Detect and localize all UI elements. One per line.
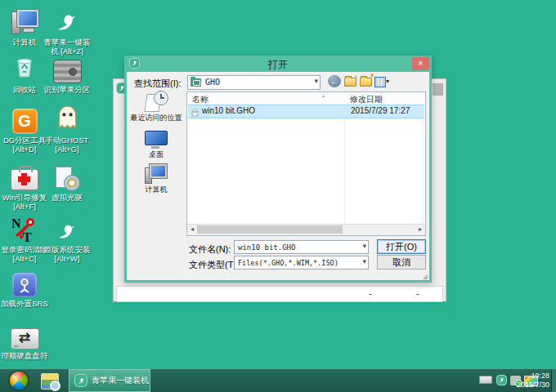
desktop-icon-label: Win引导修复 [Alt+F] bbox=[0, 193, 49, 211]
close-icon: × bbox=[419, 59, 424, 68]
cancel-button[interactable]: 取消 bbox=[377, 255, 426, 270]
file-list: 名称 ▴ 修改日期 类型 win10 bit.GHO 2015/7/29 17:… bbox=[186, 91, 426, 236]
desktop-icon-label: 虚拟光驱 bbox=[43, 193, 92, 202]
scrollbar-thumb[interactable] bbox=[197, 225, 343, 234]
desktop-icon-original-install[interactable]: 原版系统安装 [Alt+W] bbox=[43, 214, 92, 263]
keyboard-tray-icon[interactable] bbox=[479, 376, 492, 384]
virtual-disc-icon bbox=[54, 167, 80, 191]
status-value: - bbox=[369, 288, 372, 298]
taskbar: 青苹果一键装机 10:28 2015/7/30 bbox=[0, 369, 556, 392]
clock-date: 2015/7/30 bbox=[517, 381, 549, 390]
desktop-icon-password-clear[interactable]: NT 登录密码清除 [Alt+C] bbox=[0, 214, 49, 263]
desktop-icon-qpg-installer[interactable]: 青苹果一键装机 [Alt+Z] bbox=[43, 7, 92, 56]
sidebar-item-computer[interactable]: 计算机 bbox=[128, 164, 185, 195]
computer-place-icon bbox=[144, 164, 168, 184]
chevron-down-icon: ▾ bbox=[362, 257, 366, 265]
open-button[interactable]: 打开(O) bbox=[377, 239, 426, 254]
horizontal-scrollbar[interactable]: ◂ ▸ bbox=[187, 224, 425, 235]
drive-letter-icon: ⇄ bbox=[11, 328, 39, 350]
srs-icon bbox=[12, 273, 37, 297]
back-button[interactable]: ← bbox=[328, 75, 341, 87]
sidebar-item-label: 桌面 bbox=[128, 149, 185, 160]
file-type-combobox[interactable]: Files(*.GHO,*.WIM,*.ISO) ▾ bbox=[234, 256, 369, 270]
sidebar-item-label: 计算机 bbox=[128, 185, 185, 195]
harddisk-icon bbox=[53, 60, 82, 83]
desktop: 计算机 青苹果一键装机 [Alt+Z] 回收站 识别苹果分区 G DG分区工具 … bbox=[0, 0, 556, 392]
desktop-icon-label: 计算机 bbox=[0, 38, 49, 47]
desktop-icon-label: 手动GHOST [Alt+G] bbox=[43, 136, 92, 154]
computer-icon bbox=[11, 10, 38, 36]
desktop-icon-fix-drive-letters[interactable]: ⇄ 理顺硬盘盘符 bbox=[0, 320, 49, 360]
sidebar-item-label: 最近访问的位置 bbox=[128, 113, 185, 123]
bird-icon bbox=[55, 220, 79, 243]
clock-time: 10:28 bbox=[517, 372, 549, 381]
file-name: win10 bit.GHO bbox=[202, 106, 255, 115]
desktop-icon-label: 识别苹果分区 bbox=[43, 85, 92, 94]
sort-ascending-icon: ▴ bbox=[322, 92, 325, 98]
desktop-place-icon bbox=[145, 131, 168, 149]
desktop-icon-boot-repair[interactable]: Win引导修复 [Alt+F] bbox=[0, 162, 49, 211]
svg-text:T: T bbox=[23, 230, 32, 243]
desktop-icon-detect-partition[interactable]: 识别苹果分区 bbox=[43, 54, 92, 94]
sidebar-item-desktop[interactable]: 桌面 bbox=[128, 131, 185, 160]
taskbar-clock[interactable]: 10:28 2015/7/30 bbox=[517, 372, 549, 390]
column-header-modified[interactable]: 修改日期 bbox=[350, 94, 383, 105]
show-desktop-button[interactable] bbox=[551, 369, 556, 392]
ghost-icon bbox=[54, 104, 81, 134]
open-dialog: 打开 × 查找范围(I): GHO ▾ ← ↑ * ▾ bbox=[124, 56, 432, 283]
scroll-left-icon[interactable]: ◂ bbox=[187, 225, 197, 234]
desktop-icon-recycle-bin[interactable]: 回收站 bbox=[0, 54, 49, 94]
file-list-header: 名称 ▴ 修改日期 类型 bbox=[187, 92, 425, 105]
look-in-value: GHO bbox=[205, 78, 220, 87]
ghost-file-icon bbox=[191, 106, 200, 121]
dialog-title: 打开 bbox=[124, 58, 432, 72]
back-icon: ← bbox=[330, 77, 339, 86]
up-one-level-button[interactable]: ↑ bbox=[344, 75, 357, 87]
view-menu-button[interactable]: ▾ bbox=[374, 75, 388, 87]
file-name-combobox[interactable]: win10 bit.GHO ▾ bbox=[234, 240, 369, 254]
image-tool-taskbar-icon[interactable] bbox=[41, 373, 59, 390]
desktop-icon-diskgenius[interactable]: G DG分区工具 [Alt+D] bbox=[0, 105, 49, 154]
desktop-icon-label: 原版系统安装 [Alt+W] bbox=[43, 245, 92, 263]
desktop-icon-virtual-drive[interactable]: 虚拟光驱 bbox=[43, 162, 92, 202]
desktop-icon-computer[interactable]: 计算机 bbox=[0, 7, 49, 47]
look-in-combobox[interactable]: GHO ▾ bbox=[187, 75, 321, 90]
diskgenius-icon: G bbox=[12, 109, 38, 134]
taskbar-app-button[interactable]: 青苹果一键装机 bbox=[69, 369, 150, 392]
resize-grip[interactable]: ◢ bbox=[423, 273, 428, 280]
desktop-icon-label: 回收站 bbox=[0, 85, 49, 94]
desktop-icon-manual-ghost[interactable]: 手动GHOST [Alt+G] bbox=[43, 105, 92, 154]
file-name-value: win10 bit.GHO bbox=[238, 243, 295, 252]
dialog-titlebar[interactable]: 打开 × bbox=[124, 56, 432, 72]
file-row-selected[interactable]: win10 bit.GHO 2015/7/29 17:27 GHO 文件 bbox=[188, 105, 424, 118]
sidebar-item-recent-places[interactable]: 最近访问的位置 bbox=[128, 91, 185, 123]
file-type-label: 文件类型(T): bbox=[189, 259, 239, 271]
file-type-value: Files(*.GHO,*.WIM,*.ISO) bbox=[238, 259, 339, 267]
chevron-down-icon: ▾ bbox=[386, 78, 389, 85]
new-folder-button[interactable]: * bbox=[360, 75, 373, 87]
desktop-icon-label: 加载外置SRS bbox=[0, 299, 49, 308]
recycle-bin-icon bbox=[11, 54, 38, 83]
column-header-name[interactable]: 名称 bbox=[192, 94, 208, 105]
parent-status-bar: - - bbox=[116, 286, 443, 302]
desktop-icon-label: 登录密码清除 [Alt+C] bbox=[0, 245, 49, 263]
start-button[interactable] bbox=[10, 372, 28, 390]
recent-places-icon bbox=[144, 91, 168, 112]
desktop-icon-label: 青苹果一键装机 [Alt+Z] bbox=[43, 38, 92, 56]
green-apple-tray-icon[interactable] bbox=[496, 375, 507, 385]
scroll-right-icon[interactable]: ▸ bbox=[415, 225, 425, 234]
folder-icon bbox=[191, 78, 201, 87]
green-apple-icon bbox=[74, 374, 87, 387]
desktop-icon-load-srs[interactable]: 加载外置SRS bbox=[0, 268, 49, 308]
desktop-icon-label: DG分区工具 [Alt+D] bbox=[0, 136, 49, 154]
desktop-icon-label: 理顺硬盘盘符 bbox=[0, 351, 49, 360]
file-name-label: 文件名(N): bbox=[189, 243, 231, 256]
close-button[interactable]: × bbox=[412, 57, 429, 70]
view-menu-icon bbox=[374, 77, 386, 87]
nt-password-key-icon: NT bbox=[11, 216, 38, 243]
repair-kit-icon bbox=[11, 169, 38, 190]
svg-text:N: N bbox=[11, 216, 21, 230]
parent-window-button[interactable] bbox=[433, 83, 443, 96]
bird-icon bbox=[53, 10, 81, 36]
chevron-down-icon: ▾ bbox=[362, 242, 366, 250]
